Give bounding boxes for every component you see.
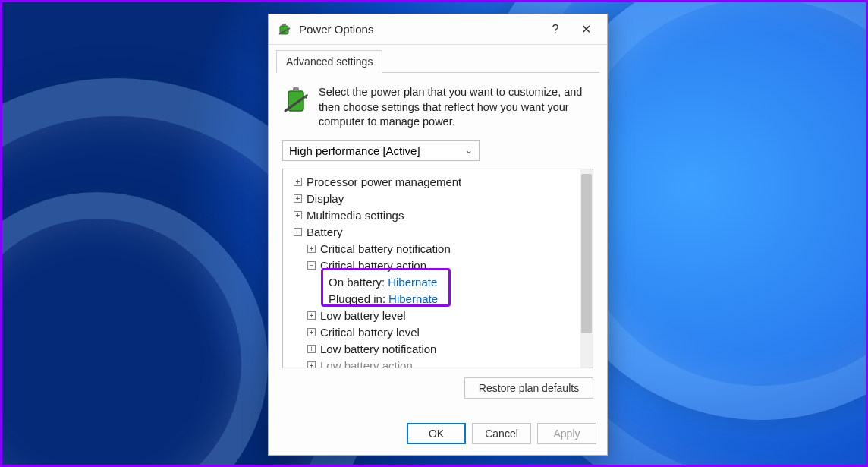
setting-value[interactable]: Hibernate	[388, 276, 437, 289]
expand-icon[interactable]: +	[294, 178, 302, 186]
close-button[interactable]: ✕	[571, 22, 601, 36]
tree-node-label: Processor power management	[307, 175, 461, 188]
titlebar[interactable]: Power Options ? ✕	[269, 14, 607, 45]
chevron-down-icon: ⌄	[465, 145, 473, 156]
setting-value[interactable]: Hibernate	[388, 292, 438, 305]
expand-icon[interactable]: +	[294, 194, 302, 203]
tree-node[interactable]: −Critical battery action	[307, 257, 593, 274]
expand-icon[interactable]: +	[307, 328, 316, 336]
tree-node-label: Critical battery action	[320, 259, 426, 272]
cancel-button[interactable]: Cancel	[472, 423, 531, 444]
battery-icon	[278, 22, 293, 37]
scrollbar-thumb[interactable]	[581, 174, 592, 333]
tree-node-label: Low battery level	[320, 309, 406, 322]
tree-node[interactable]: +Display	[294, 191, 593, 207]
expand-icon[interactable]: +	[307, 361, 316, 368]
power-plan-selected: High performance [Active]	[289, 144, 420, 157]
tree-node-label: Critical battery level	[320, 326, 420, 339]
svg-rect-1	[282, 24, 286, 26]
tree-node-label: Multimedia settings	[307, 209, 404, 222]
tab-strip: Advanced settings	[276, 49, 599, 73]
svg-rect-3	[293, 87, 299, 91]
tree-node[interactable]: +Low battery notification	[307, 341, 593, 358]
tree-node[interactable]: +Processor power management	[294, 174, 593, 191]
power-options-dialog: Power Options ? ✕ Advanced settings Sele…	[268, 14, 608, 456]
collapse-icon[interactable]: −	[294, 228, 302, 236]
scrollbar[interactable]	[580, 169, 593, 368]
tree-node[interactable]: +Multimedia settings	[294, 207, 593, 224]
settings-tree: +Processor power management+Display+Mult…	[282, 169, 593, 368]
tree-node[interactable]: +Low battery level	[307, 308, 593, 324]
apply-button[interactable]: Apply	[537, 423, 596, 444]
dialog-footer: OK Cancel Apply	[269, 414, 607, 455]
tree-node-label: Battery	[307, 226, 343, 238]
battery-large-icon	[284, 85, 311, 130]
setting-label: Plugged in:	[329, 292, 385, 305]
tree-leaf[interactable]: On battery:Hibernate	[329, 274, 593, 291]
tree-node[interactable]: +Critical battery level	[307, 324, 593, 341]
intro-text: Select the power plan that you want to c…	[319, 85, 593, 130]
dialog-title: Power Options	[299, 23, 540, 36]
expand-icon[interactable]: +	[307, 245, 316, 253]
setting-label: On battery:	[329, 276, 385, 289]
tab-advanced-settings[interactable]: Advanced settings	[276, 50, 382, 73]
tree-leaf[interactable]: Plugged in:Hibernate	[329, 291, 593, 308]
power-plan-dropdown[interactable]: High performance [Active] ⌄	[282, 140, 480, 161]
tree-node-label: Low battery action	[320, 359, 413, 368]
tree-node[interactable]: +Low battery action	[307, 358, 593, 368]
help-button[interactable]: ?	[540, 23, 571, 36]
expand-icon[interactable]: +	[307, 345, 316, 353]
tree-node[interactable]: −Battery	[294, 224, 593, 241]
ok-button[interactable]: OK	[407, 423, 466, 444]
tree-node-label: Critical battery notification	[320, 242, 451, 255]
tree-node-label: Low battery notification	[320, 342, 436, 355]
expand-icon[interactable]: +	[307, 311, 316, 320]
tree-node[interactable]: +Critical battery notification	[307, 241, 593, 257]
collapse-icon[interactable]: −	[307, 261, 316, 270]
restore-defaults-button[interactable]: Restore plan defaults	[464, 377, 593, 399]
expand-icon[interactable]: +	[294, 211, 302, 219]
tree-node-label: Display	[307, 192, 344, 205]
